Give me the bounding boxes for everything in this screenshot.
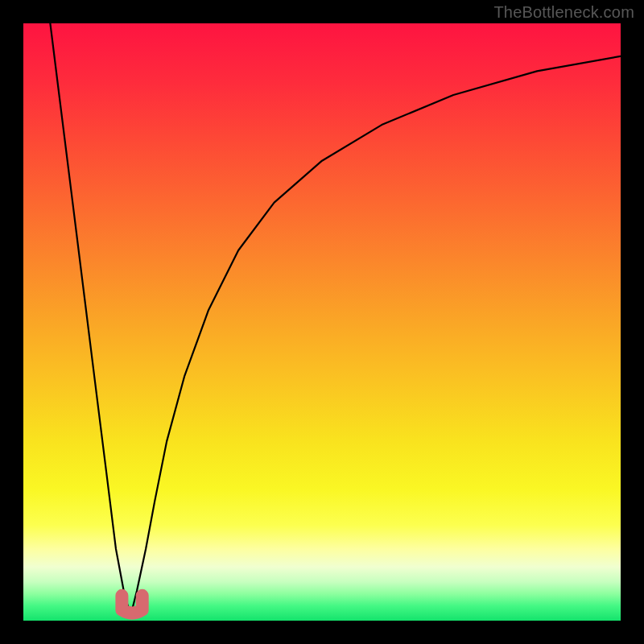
minimum-marker [122, 596, 142, 613]
curve-layer [23, 23, 621, 621]
watermark-text: TheBottleneck.com [493, 3, 634, 22]
plot-area [23, 23, 621, 621]
bottleneck-curve [50, 23, 621, 615]
outer-frame: TheBottleneck.com [0, 0, 644, 644]
